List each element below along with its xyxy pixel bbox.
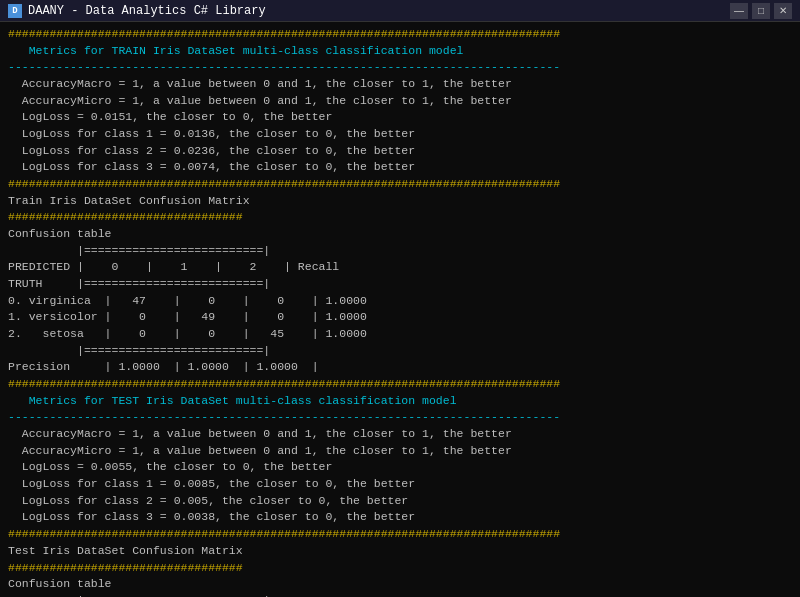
console-line: AccuracyMacro = 1, a value between 0 and… [8,426,792,443]
console-output: ########################################… [0,22,800,597]
console-line: ----------------------------------------… [8,409,792,426]
console-line: Precision | 1.0000 | 1.0000 | 1.0000 | [8,359,792,376]
console-line: Train Iris DataSet Confusion Matrix [8,193,792,210]
console-line: Metrics for TEST Iris DataSet multi-clas… [8,393,792,410]
console-line: LogLoss = 0.0055, the closer to 0, the b… [8,459,792,476]
title-bar-left: D DAANY - Data Analytics C# Library [8,4,266,18]
minimize-button[interactable]: — [730,3,748,19]
console-line: ################################## [8,560,792,577]
console-line: ########################################… [8,176,792,193]
console-line: |==========================| [8,243,792,260]
maximize-button[interactable]: □ [752,3,770,19]
title-bar: D DAANY - Data Analytics C# Library — □ … [0,0,800,22]
console-line: TRUTH |==========================| [8,276,792,293]
console-line: 2. setosa | 0 | 0 | 45 | 1.0000 [8,326,792,343]
console-line: 1. versicolor | 0 | 49 | 0 | 1.0000 [8,309,792,326]
console-line: |==========================| [8,593,792,597]
window-title: DAANY - Data Analytics C# Library [28,4,266,18]
console-line: Confusion table [8,576,792,593]
console-line: AccuracyMicro = 1, a value between 0 and… [8,443,792,460]
console-line: PREDICTED | 0 | 1 | 2 | Recall [8,259,792,276]
window-controls: — □ ✕ [730,3,792,19]
console-line: ----------------------------------------… [8,59,792,76]
console-line: LogLoss for class 1 = 0.0136, the closer… [8,126,792,143]
console-line: LogLoss for class 2 = 0.005, the closer … [8,493,792,510]
console-line: ################################## [8,209,792,226]
console-line: LogLoss for class 1 = 0.0085, the closer… [8,476,792,493]
close-button[interactable]: ✕ [774,3,792,19]
console-line: ########################################… [8,26,792,43]
console-line: AccuracyMicro = 1, a value between 0 and… [8,93,792,110]
console-line: ########################################… [8,376,792,393]
console-line: AccuracyMacro = 1, a value between 0 and… [8,76,792,93]
console-line: 0. virginica | 47 | 0 | 0 | 1.0000 [8,293,792,310]
console-line: ########################################… [8,526,792,543]
console-line: Confusion table [8,226,792,243]
console-line: LogLoss for class 2 = 0.0236, the closer… [8,143,792,160]
console-line: LogLoss = 0.0151, the closer to 0, the b… [8,109,792,126]
console-line: Metrics for TRAIN Iris DataSet multi-cla… [8,43,792,60]
console-line: |==========================| [8,343,792,360]
console-line: LogLoss for class 3 = 0.0038, the closer… [8,509,792,526]
console-line: Test Iris DataSet Confusion Matrix [8,543,792,560]
console-line: LogLoss for class 3 = 0.0074, the closer… [8,159,792,176]
app-icon: D [8,4,22,18]
